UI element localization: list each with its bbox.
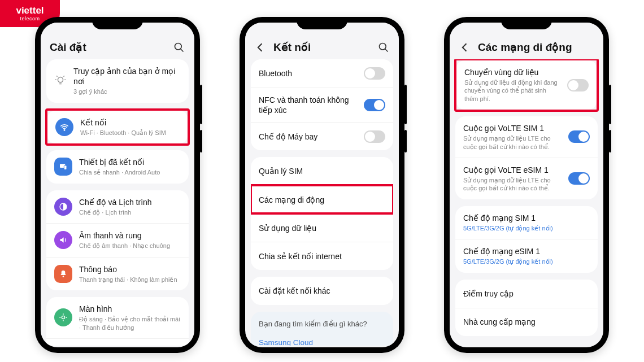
row-volte-sim1[interactable]: Cuộc gọi VoLTE SIM 1 Sử dụng mạng dữ liệ… xyxy=(455,116,598,158)
phone-notch xyxy=(501,17,552,29)
volte2-title: Cuộc gọi VoLTE eSIM 1 xyxy=(463,165,562,175)
display-icon xyxy=(54,308,72,326)
logo-sub: telecom xyxy=(20,16,40,21)
back-icon[interactable] xyxy=(459,41,471,54)
svg-point-22 xyxy=(380,43,386,50)
logo-brand: viettel xyxy=(16,6,43,15)
tip-sub: 3 gợi ý khác xyxy=(73,88,181,95)
row-more-settings[interactable]: Cài đặt kết nối khác xyxy=(251,277,393,305)
row-roaming[interactable]: Chuyển vùng dữ liệu Sử dụng dữ liệu di đ… xyxy=(456,60,597,110)
toggle-nfc[interactable] xyxy=(364,99,385,111)
row-nfc[interactable]: NFC và thanh toán không tiếp xúc xyxy=(251,88,393,122)
lightbulb-icon xyxy=(54,75,67,87)
highlight-roaming: Chuyển vùng dữ liệu Sử dụng dữ liệu di đ… xyxy=(454,59,599,112)
volte1-title: Cuộc gọi VoLTE SIM 1 xyxy=(463,123,562,133)
svg-point-13 xyxy=(62,316,64,319)
svg-line-1 xyxy=(181,49,184,51)
nfc-label: NFC và thanh toán không tiếp xúc xyxy=(259,95,357,115)
row-battery[interactable]: Pin Tiết kiệm pin · Sạc xyxy=(46,338,189,346)
connection-sub: Wi-Fi · Bluetooth · Quản lý SIM xyxy=(80,129,180,137)
sound-sub: Chế độ âm thanh · Nhạc chuông xyxy=(79,242,181,250)
svg-line-6 xyxy=(56,76,57,77)
row-airplane[interactable]: Chế độ Máy bay xyxy=(251,122,393,150)
mode-sub: Chế độ · Lịch trình xyxy=(79,208,181,216)
toggle-bluetooth[interactable] xyxy=(364,67,385,80)
mode-title: Chế độ và Lịch trình xyxy=(79,197,181,207)
search-section-title: Bạn đang tìm kiếm điều gì khác? xyxy=(251,312,393,333)
row-hotspot[interactable]: Chia sẻ kết nối internet xyxy=(251,242,393,270)
data-usage-label: Sử dụng dữ liệu xyxy=(259,223,316,233)
airplane-label: Chế độ Máy bay xyxy=(259,132,357,142)
roaming-title: Chuyển vùng dữ liệu xyxy=(464,67,560,77)
svg-line-7 xyxy=(64,76,64,77)
bell-icon xyxy=(54,265,72,283)
row-netmode-sim1[interactable]: Chế độ mạng SIM 1 5G/LTE/3G/2G (tự động … xyxy=(455,206,598,239)
display-title: Màn hình xyxy=(79,304,181,314)
netmode1-title: Chế độ mạng SIM 1 xyxy=(463,213,590,223)
toggle-roaming[interactable] xyxy=(567,79,589,91)
link-samsung-cloud[interactable]: Samsung Cloud xyxy=(251,333,393,346)
sim-label: Quản lý SIM xyxy=(259,166,303,176)
apn-label: Điểm truy cập xyxy=(463,289,514,299)
row-netmode-esim1[interactable]: Chế độ mạng eSIM 1 5G/LTE/3G/2G (tự động… xyxy=(455,239,598,272)
row-notify[interactable]: Thông báo Thanh trạng thái · Không làm p… xyxy=(46,257,189,290)
row-sound[interactable]: Âm thanh và rung Chế độ âm thanh · Nhạc … xyxy=(46,223,189,256)
svg-line-23 xyxy=(385,49,388,51)
row-operators[interactable]: Nhà cung cấp mạng xyxy=(455,308,598,336)
display-sub: Độ sáng · Bảo vệ cho mắt thoải mái · Tha… xyxy=(79,315,181,332)
sound-title: Âm thanh và rung xyxy=(79,230,181,241)
row-data-usage[interactable]: Sử dụng dữ liệu xyxy=(251,213,393,242)
search-icon[interactable] xyxy=(173,41,185,54)
more-label: Cài đặt kết nối khác xyxy=(259,286,330,296)
phone-notch xyxy=(297,17,347,29)
search-icon[interactable] xyxy=(377,41,390,54)
connection-title: Kết nối xyxy=(80,117,180,128)
toggle-volte2[interactable] xyxy=(568,172,590,185)
phone-notch xyxy=(92,17,143,29)
page-title: Các mạng di động xyxy=(478,41,594,54)
page-title: Cài đặt xyxy=(50,41,166,54)
row-volte-esim1[interactable]: Cuộc gọi VoLTE eSIM 1 Sử dụng mạng dữ li… xyxy=(455,158,598,199)
tip-card[interactable]: Truy cập ảnh của bạn ở mọi nơi 3 gợi ý k… xyxy=(46,59,189,103)
back-icon[interactable] xyxy=(254,41,267,54)
page-title: Kết nối xyxy=(273,41,371,54)
row-mode[interactable]: Chế độ và Lịch trình Chế độ · Lịch trình xyxy=(46,190,189,223)
netmode1-sub: 5G/LTE/3G/2G (tự động kết nối) xyxy=(463,224,590,232)
phone-connections: Kết nối Bluetooth NFC và thanh toán khôn… xyxy=(240,17,404,353)
phone-mobile-networks: Các mạng di động Chuyển vùng dữ liệu Sử … xyxy=(444,17,609,353)
row-connected-devices[interactable]: Thiết bị đã kết nối Chia sẻ nhanh · Andr… xyxy=(46,150,189,183)
volte2-sub: Sử dụng mạng dữ liệu LTE cho cuộc gọi bấ… xyxy=(463,176,562,193)
notify-sub: Thanh trạng thái · Không làm phiền xyxy=(79,276,181,284)
volte1-sub: Sử dụng mạng dữ liệu LTE cho cuộc gọi bấ… xyxy=(463,134,562,151)
mobile-networks-label: Các mạng di động xyxy=(259,195,324,205)
connected-devices-title: Thiết bị đã kết nối xyxy=(79,157,181,167)
notify-title: Thông báo xyxy=(79,264,181,274)
highlight-connection: Kết nối Wi-Fi · Bluetooth · Quản lý SIM xyxy=(45,108,190,146)
operators-label: Nhà cung cấp mạng xyxy=(463,317,536,327)
svg-point-2 xyxy=(58,77,63,82)
bluetooth-label: Bluetooth xyxy=(259,68,357,78)
row-display[interactable]: Màn hình Độ sáng · Bảo vệ cho mắt thoải … xyxy=(46,297,189,338)
netmode2-sub: 5G/LTE/3G/2G (tự động kết nối) xyxy=(463,258,590,265)
connected-devices-sub: Chia sẻ nhanh · Android Auto xyxy=(79,168,181,176)
roaming-sub: Sử dụng dữ liệu di động khi đang chuyển … xyxy=(464,78,560,103)
svg-rect-10 xyxy=(64,165,67,169)
row-sim-manager[interactable]: Quản lý SIM xyxy=(251,157,393,185)
mode-icon xyxy=(54,198,72,216)
toggle-volte1[interactable] xyxy=(568,130,590,143)
devices-icon xyxy=(54,158,72,176)
svg-point-8 xyxy=(64,129,65,130)
sound-icon xyxy=(54,231,72,249)
tip-title: Truy cập ảnh của bạn ở mọi nơi xyxy=(73,66,181,86)
row-bluetooth[interactable]: Bluetooth xyxy=(251,59,393,88)
toggle-airplane[interactable] xyxy=(364,130,385,143)
hotspot-label: Chia sẻ kết nối internet xyxy=(259,251,342,261)
row-apn[interactable]: Điểm truy cập xyxy=(455,280,598,308)
svg-point-0 xyxy=(175,43,182,50)
netmode2-title: Chế độ mạng eSIM 1 xyxy=(463,246,590,256)
wifi-icon xyxy=(55,118,73,136)
svg-point-12 xyxy=(63,276,64,277)
row-connection[interactable]: Kết nối Wi-Fi · Bluetooth · Quản lý SIM xyxy=(47,111,188,143)
row-mobile-networks[interactable]: Các mạng di động xyxy=(251,185,393,213)
phone-settings: Cài đặt Truy cập ảnh của bạn ở mọi nơi 3… xyxy=(35,17,200,353)
